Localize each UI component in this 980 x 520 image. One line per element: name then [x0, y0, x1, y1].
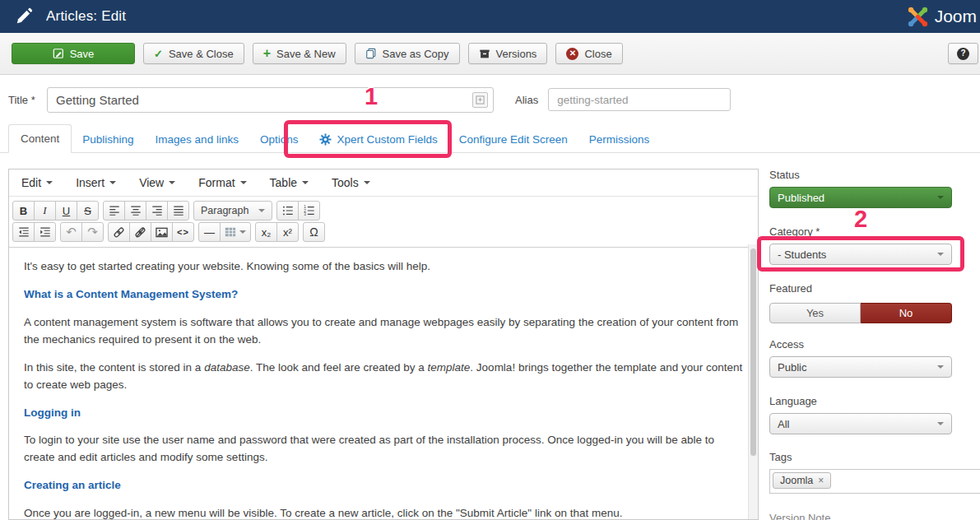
alias-label: Alias: [515, 94, 538, 106]
page-title: Articles: Edit: [46, 8, 126, 25]
indent-button[interactable]: [34, 222, 56, 242]
horizontal-rule-button[interactable]: —: [198, 222, 221, 242]
title-input[interactable]: [47, 87, 494, 113]
article-paragraph: To login to your site use the user name …: [24, 432, 743, 467]
archive-icon: [479, 49, 490, 59]
article-paragraph: It's easy to get started creating your w…: [24, 258, 743, 276]
edit-tabs: Content Publishing Images and links Opti…: [0, 125, 980, 153]
status-label: Status: [769, 169, 980, 181]
joomla-logo-icon: [907, 6, 929, 28]
save-icon: [53, 48, 64, 59]
save-new-button[interactable]: + Save & New: [253, 43, 346, 64]
versions-button[interactable]: Versions: [468, 43, 548, 64]
undo-button[interactable]: ↶: [60, 222, 82, 242]
remove-tag-icon[interactable]: ×: [818, 475, 824, 486]
special-character-button[interactable]: Ω: [303, 222, 325, 242]
language-label: Language: [769, 395, 980, 407]
align-center-button[interactable]: [124, 201, 146, 221]
align-right-button[interactable]: [146, 201, 168, 221]
menu-edit[interactable]: Edit: [21, 176, 53, 189]
menu-insert[interactable]: Insert: [76, 176, 116, 189]
align-justify-button[interactable]: [167, 201, 189, 221]
superscript-button[interactable]: x²: [276, 222, 299, 242]
article-sidebar: Status Published Category * - Students F…: [769, 169, 980, 520]
tab-publishing[interactable]: Publishing: [72, 126, 144, 153]
menu-tools[interactable]: Tools: [332, 176, 370, 189]
tab-images-links[interactable]: Images and links: [145, 126, 249, 153]
chevron-down-icon: [937, 253, 944, 256]
underline-button[interactable]: U: [55, 201, 77, 221]
featured-no-button[interactable]: No: [861, 303, 952, 323]
tab-configure-edit-screen[interactable]: Configure Edit Screen: [448, 126, 578, 153]
access-select[interactable]: Public: [769, 356, 952, 378]
featured-label: Featured: [769, 282, 980, 295]
redo-button[interactable]: ↷: [81, 222, 104, 242]
close-circle-icon: ✕: [566, 48, 578, 60]
help-icon: ?: [957, 48, 969, 60]
joomla-brand-text: Joom: [935, 7, 977, 26]
category-label: Category *: [769, 225, 980, 238]
outdent-button[interactable]: [12, 222, 35, 242]
italic-button[interactable]: I: [34, 201, 56, 221]
check-icon: ✓: [154, 48, 163, 60]
source-code-button[interactable]: <>: [172, 222, 194, 242]
tags-label: Tags: [769, 451, 980, 463]
tab-permissions[interactable]: Permissions: [578, 126, 661, 153]
language-select[interactable]: All: [769, 413, 952, 434]
numbered-list-button[interactable]: 123: [298, 201, 320, 221]
editor-scrollbar[interactable]: [748, 244, 758, 519]
editor-scrollbar-thumb[interactable]: [750, 248, 756, 456]
articles-edit-page: Articles: Edit Joom: [0, 0, 980, 520]
menu-format[interactable]: Format: [198, 176, 246, 189]
bullet-list-button[interactable]: [276, 201, 299, 221]
alias-input[interactable]: [548, 88, 731, 111]
toolbar: Save ✓ Save & Close + Save & New Save as…: [0, 33, 980, 75]
table-button[interactable]: [220, 222, 251, 242]
featured-yes-button[interactable]: Yes: [769, 303, 861, 323]
article-heading: What is a Content Management System?: [24, 286, 743, 304]
app-header: Articles: Edit Joom: [0, 0, 980, 33]
article-heading: Creating an article: [24, 477, 743, 494]
tab-content[interactable]: Content: [8, 124, 72, 153]
remove-link-button[interactable]: [129, 222, 151, 242]
align-left-button[interactable]: [103, 201, 125, 221]
menu-table[interactable]: Table: [270, 176, 309, 189]
save-close-button[interactable]: ✓ Save & Close: [143, 43, 244, 64]
article-body-editable[interactable]: It's easy to get started creating your w…: [9, 248, 758, 520]
close-button[interactable]: ✕ Close: [555, 43, 622, 64]
article-heading: Logging in: [24, 405, 743, 422]
title-label: Title *: [8, 94, 47, 106]
article-paragraph: In this site, the content is stored in a…: [24, 360, 743, 394]
plus-icon: +: [263, 46, 271, 61]
access-label: Access: [769, 338, 980, 351]
insert-link-button[interactable]: [108, 222, 130, 242]
subscript-button[interactable]: x₂: [255, 222, 277, 242]
bold-button[interactable]: B: [12, 201, 35, 221]
tags-input[interactable]: Joomla ×: [769, 469, 980, 494]
tag-chip-joomla: Joomla ×: [773, 472, 831, 489]
featured-toggle: Yes No: [769, 303, 952, 323]
paragraph-format-select[interactable]: Paragraph: [193, 201, 272, 221]
title-resize-icon[interactable]: [472, 92, 488, 108]
article-paragraph: A content management system is software …: [24, 314, 743, 349]
chevron-down-icon: [937, 422, 944, 425]
tab-xpert-custom-fields[interactable]: Xpert Custom Fields: [309, 126, 448, 153]
insert-image-button[interactable]: [151, 222, 173, 242]
article-editor: Edit Insert View Format Table Tools B I …: [8, 169, 759, 520]
help-button[interactable]: ?: [948, 43, 978, 64]
save-copy-button[interactable]: Save as Copy: [355, 43, 460, 64]
menu-view[interactable]: View: [139, 176, 175, 189]
strikethrough-button[interactable]: S: [77, 201, 99, 221]
svg-text:3: 3: [304, 212, 306, 216]
joomla-brand: Joom: [907, 6, 977, 28]
article-paragraph: Once you are logged-in, a new menu will …: [24, 505, 743, 520]
category-select[interactable]: - Students: [769, 244, 952, 265]
editor-toolbar: B I U S Paragraph: [9, 197, 758, 248]
tab-options[interactable]: Options: [249, 126, 309, 153]
status-select[interactable]: Published: [769, 187, 952, 208]
save-button[interactable]: Save: [12, 43, 135, 64]
pencil-icon: [15, 7, 33, 26]
gear-icon: [319, 133, 332, 146]
editor-menubar: Edit Insert View Format Table Tools: [9, 169, 758, 197]
title-row: Title * Alias: [8, 86, 980, 113]
